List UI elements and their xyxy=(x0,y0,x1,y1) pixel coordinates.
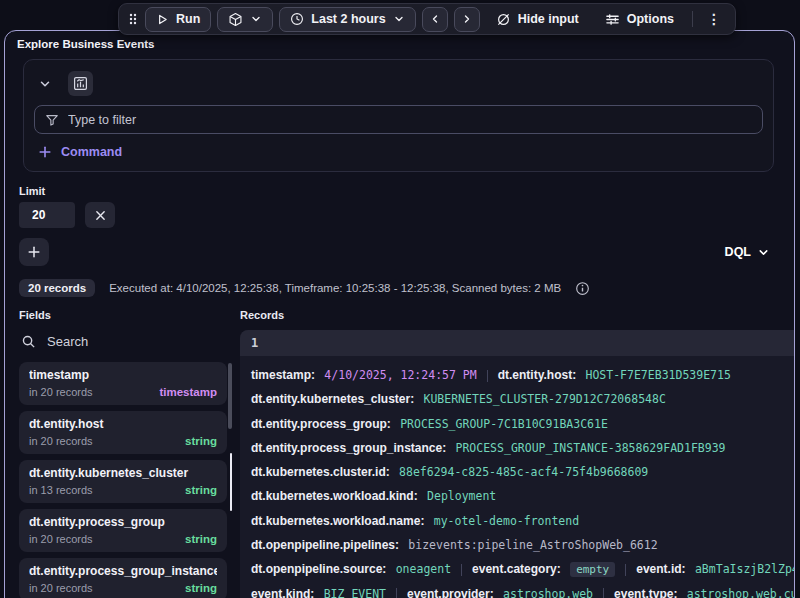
field-record-count: in 20 records xyxy=(29,582,93,594)
field-item[interactable]: dt.entity.process_group_instancein 20 re… xyxy=(19,558,227,598)
add-command-button[interactable]: Command xyxy=(38,145,759,159)
record-key: dt.kubernetes.workload.name: xyxy=(251,514,428,528)
record-line: dt.kubernetes.cluster.id: 88ef6294-c825-… xyxy=(251,460,794,484)
bar-chart-icon xyxy=(73,76,88,91)
plus-icon xyxy=(27,245,41,259)
fields-list: timestampin 20 recordstimestampdt.entity… xyxy=(19,362,227,598)
field-meta: in 20 recordsstring xyxy=(29,533,217,545)
play-icon xyxy=(156,13,169,26)
record-line: dt.entity.process_group: PROCESS_GROUP-7… xyxy=(251,412,794,436)
search-icon xyxy=(21,334,36,349)
collapse-chevron-icon[interactable] xyxy=(38,77,52,91)
record-value: BIZ_EVENT xyxy=(324,587,386,598)
filter-funnel-icon xyxy=(45,113,59,127)
record-key: event.id: xyxy=(636,562,689,576)
field-meta: in 20 recordstimestamp xyxy=(29,386,217,398)
close-icon xyxy=(94,209,107,222)
fields-scrollbar[interactable] xyxy=(228,363,232,429)
next-button[interactable] xyxy=(454,7,480,32)
field-item[interactable]: dt.entity.hostin 20 recordsstring xyxy=(19,411,227,454)
chevron-down-icon xyxy=(393,13,405,25)
notebook-section-frame: Explore Business Events xyxy=(4,30,795,598)
hide-input-label: Hide input xyxy=(518,12,579,26)
chevron-left-icon xyxy=(429,13,441,25)
field-item[interactable]: timestampin 20 recordstimestamp xyxy=(19,362,227,405)
add-command-label: Command xyxy=(61,145,122,159)
record-key: dt.openpipeline.pipelines: xyxy=(251,538,402,552)
field-meta: in 20 recordsstring xyxy=(29,435,217,447)
previous-button[interactable] xyxy=(422,7,448,32)
field-record-count: in 20 records xyxy=(29,533,93,545)
field-name: dt.entity.process_group xyxy=(29,515,217,529)
record-value: aBmTaIszjB2lZp4Yv-05C xyxy=(695,562,794,576)
record-line: timestamp: 4/10/2025, 12:24:57 PMdt.enti… xyxy=(251,363,794,387)
options-button[interactable]: Options xyxy=(595,7,684,32)
records-panel-title: Records xyxy=(240,309,794,321)
query-panel: Command xyxy=(23,59,774,172)
page-title: Explore Business Events xyxy=(17,38,794,50)
record-value: Deployment xyxy=(427,489,496,503)
field-type-badge: string xyxy=(185,484,217,496)
record-value: oneagent xyxy=(396,562,451,576)
record-key: dt.openpipeline.source: xyxy=(251,562,390,576)
visualization-picker-button[interactable] xyxy=(217,7,273,32)
execution-summary: Executed at: 4/10/2025, 12:25:38, Timefr… xyxy=(109,282,561,294)
panel-resize-handle[interactable] xyxy=(230,453,232,511)
chevron-down-icon xyxy=(250,13,262,25)
info-icon xyxy=(575,281,590,296)
options-label: Options xyxy=(627,12,674,26)
record-line: dt.openpipeline.source: oneagentevent.ca… xyxy=(251,557,794,582)
field-item[interactable]: dt.entity.kubernetes_clusterin 13 record… xyxy=(19,460,227,503)
field-item[interactable]: dt.entity.process_groupin 20 recordsstri… xyxy=(19,509,227,552)
more-menu-button[interactable]: ⋮ xyxy=(701,7,727,32)
run-button-label: Run xyxy=(176,12,200,26)
language-selector[interactable]: DQL xyxy=(725,245,770,259)
field-meta: in 13 recordsstring xyxy=(29,484,217,496)
kebab-menu-icon: ⋮ xyxy=(707,11,721,27)
info-button[interactable] xyxy=(575,281,590,296)
chevron-down-icon xyxy=(757,246,770,259)
pair-divider xyxy=(396,588,397,598)
record-key: event.category: xyxy=(472,562,564,576)
field-type-badge: timestamp xyxy=(159,386,217,398)
hide-input-button[interactable]: Hide input xyxy=(486,7,589,32)
field-type-badge: string xyxy=(185,533,217,545)
drag-handle-icon[interactable] xyxy=(127,12,139,26)
field-name: dt.entity.process_group_instance xyxy=(29,564,217,578)
cube-icon xyxy=(228,12,243,27)
sliders-icon xyxy=(605,12,620,27)
pair-divider xyxy=(461,564,462,576)
fields-panel-title: Fields xyxy=(19,309,227,321)
record-value: PROCESS_GROUP_INSTANCE-3858629FAD1FB939 xyxy=(456,441,726,455)
pair-divider xyxy=(625,564,626,576)
filter-input[interactable] xyxy=(68,113,752,127)
limit-label: Limit xyxy=(19,185,794,197)
language-selector-label: DQL xyxy=(725,245,751,259)
add-parameter-button[interactable] xyxy=(19,238,49,266)
run-button[interactable]: Run xyxy=(145,7,211,32)
record-key: dt.entity.host: xyxy=(498,368,580,382)
chart-visualization-button[interactable] xyxy=(68,71,93,96)
record-key: dt.entity.kubernetes_cluster: xyxy=(251,392,418,406)
record-body: timestamp: 4/10/2025, 12:24:57 PMdt.enti… xyxy=(240,356,794,598)
fields-search-placeholder: Search xyxy=(47,334,88,349)
record-line: dt.openpipeline.pipelines: bizevents:pip… xyxy=(251,533,794,557)
filter-input-wrapper xyxy=(34,105,763,134)
record-line: dt.entity.process_group_instance: PROCES… xyxy=(251,436,794,460)
record-value: my-otel-demo-frontend xyxy=(434,514,579,528)
field-name: timestamp xyxy=(29,368,217,382)
record-line: dt.kubernetes.workload.kind: Deployment xyxy=(251,484,794,508)
record-line: event.kind: BIZ_EVENTevent.provider: ast… xyxy=(251,582,794,598)
record-line: dt.kubernetes.workload.name: my-otel-dem… xyxy=(251,509,794,533)
record-value: bizevents:pipeline_AstroShopWeb_6612 xyxy=(408,538,657,552)
fields-search[interactable]: Search xyxy=(21,334,227,349)
record-value: astroshop.web.currency xyxy=(687,587,794,598)
record-key: dt.kubernetes.cluster.id: xyxy=(251,465,393,479)
record-index[interactable]: 1 xyxy=(240,330,794,356)
field-meta: in 20 recordsstring xyxy=(29,582,217,594)
clear-limit-button[interactable] xyxy=(85,202,115,228)
timeframe-button[interactable]: Last 2 hours xyxy=(279,7,415,32)
chevron-right-icon xyxy=(461,13,473,25)
empty-value-badge: empty xyxy=(570,562,615,577)
limit-input[interactable] xyxy=(19,202,75,228)
